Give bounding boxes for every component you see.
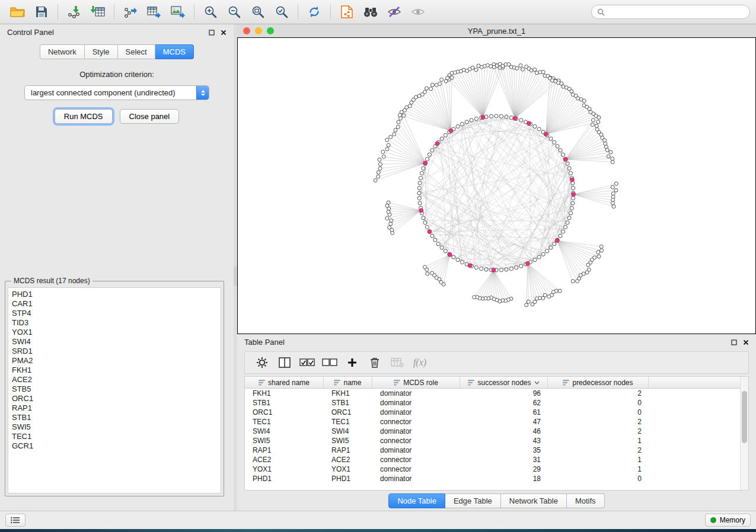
mcds-result-item[interactable]: SWI4: [12, 337, 217, 347]
refresh-view-button[interactable]: [302, 2, 326, 22]
share-document-button[interactable]: [335, 2, 359, 22]
export-table-button[interactable]: [142, 2, 166, 22]
table-row[interactable]: YOX1YOX1connector291: [245, 464, 748, 474]
close-panel-icon[interactable]: [221, 30, 227, 36]
mcds-result-list[interactable]: PHD1CAR1STP4TID3YOX1SWI4SRD1PMA2FKH1ACE2…: [8, 287, 221, 493]
zoom-out-button[interactable]: [222, 2, 246, 22]
mcds-result-item[interactable]: STP4: [12, 309, 217, 318]
tab-style[interactable]: Style: [85, 44, 118, 59]
find-button[interactable]: [359, 2, 382, 22]
table-row[interactable]: SWI4SWI4dominator462: [245, 427, 748, 436]
column-header-successor-nodes[interactable]: successor nodes: [460, 377, 548, 388]
select-all-button[interactable]: [296, 354, 318, 371]
column-header-name[interactable]: name: [324, 377, 372, 388]
table-tab-node-table[interactable]: Node Table: [388, 493, 445, 508]
table-cell: SWI4: [245, 427, 324, 436]
tab-mcds[interactable]: MCDS: [155, 44, 194, 59]
mcds-result-item[interactable]: ACE2: [12, 375, 217, 384]
close-panel-button[interactable]: Close panel: [120, 109, 180, 124]
mcds-result-item[interactable]: PMA2: [12, 356, 217, 366]
window-minimize-button[interactable]: [255, 27, 262, 34]
table-cell: 2: [548, 417, 649, 427]
table-row[interactable]: ACE2ACE2connector311: [245, 455, 748, 464]
mcds-result-item[interactable]: STB1: [12, 413, 217, 422]
import-table-button[interactable]: [86, 2, 110, 22]
mcds-result-item[interactable]: STB5: [12, 384, 217, 394]
table-cell: ORC1: [324, 408, 372, 417]
table-cell: PHD1: [245, 474, 324, 483]
function-builder-button[interactable]: f(x): [409, 354, 431, 371]
export-image-button[interactable]: [166, 2, 190, 22]
tab-network[interactable]: Network: [40, 44, 85, 59]
mcds-result-item[interactable]: FKH1: [12, 366, 217, 375]
table-settings-button[interactable]: [251, 354, 273, 371]
table-cell: FKH1: [324, 389, 372, 398]
table-row[interactable]: PHD1PHD1dominator180: [245, 474, 748, 483]
memory-button[interactable]: Memory: [705, 514, 751, 527]
zoom-fit-icon: [251, 5, 265, 19]
table-tab-edge-table[interactable]: Edge Table: [445, 493, 501, 508]
close-table-panel-icon[interactable]: [743, 339, 749, 345]
mcds-result-item[interactable]: RAP1: [12, 403, 217, 413]
main-toolbar: [0, 0, 756, 24]
add-column-button[interactable]: [341, 354, 363, 371]
export-network-button[interactable]: [119, 2, 142, 22]
search-input[interactable]: [608, 8, 744, 16]
optimization-dropdown[interactable]: largest connected component (undirected): [24, 85, 209, 100]
table-tab-network-table[interactable]: Network Table: [501, 493, 567, 508]
table-row[interactable]: SWI5SWI5connector431: [245, 436, 748, 446]
zoom-selected-button[interactable]: [270, 2, 294, 22]
mcds-result-item[interactable]: TID3: [12, 318, 217, 328]
tab-select[interactable]: Select: [118, 44, 155, 59]
column-header-predecessor-nodes[interactable]: predecessor nodes: [548, 377, 649, 388]
mcds-result-item[interactable]: SRD1: [12, 347, 217, 356]
show-all-button[interactable]: [406, 2, 430, 22]
table-row[interactable]: FKH1FKH1dominator962: [245, 389, 748, 398]
table-panel-header: Table Panel: [237, 334, 756, 350]
network-window: YPA_prune.txt_1: [237, 24, 756, 334]
table-row[interactable]: TEC1TEC1connector472: [245, 417, 748, 427]
hide-selected-button[interactable]: [382, 2, 406, 22]
run-mcds-button[interactable]: Run MCDS: [55, 109, 113, 124]
column-header-MCDS-role[interactable]: MCDS role: [372, 377, 460, 388]
table-cell: 46: [460, 427, 548, 436]
mcds-result-item[interactable]: ORC1: [12, 394, 217, 403]
mcds-result-item[interactable]: YOX1: [12, 328, 217, 337]
table-cell: 96: [460, 389, 548, 398]
scrollbar-thumb[interactable]: [742, 391, 747, 443]
table-row[interactable]: ORC1ORC1dominator610: [245, 408, 748, 417]
table-cell: connector: [372, 436, 460, 446]
control-panel: Control Panel NetworkStyleSelectMCDS Opt…: [0, 24, 237, 511]
panel-splitter-handle[interactable]: [234, 266, 237, 286]
mcds-result-item[interactable]: CAR1: [12, 299, 217, 309]
deselect-all-button[interactable]: [318, 354, 341, 371]
import-network-button[interactable]: [62, 2, 86, 22]
table-cell: 18: [460, 474, 548, 483]
window-close-button[interactable]: [243, 27, 250, 34]
open-session-button[interactable]: [6, 2, 30, 22]
zoom-in-button[interactable]: [199, 2, 222, 22]
zoom-fit-button[interactable]: [246, 2, 270, 22]
column-header-shared-name[interactable]: shared name: [245, 377, 324, 388]
table-tab-motifs[interactable]: Motifs: [567, 493, 605, 508]
table-cell: connector: [372, 464, 460, 474]
save-session-button[interactable]: [30, 2, 53, 22]
show-columns-button[interactable]: [273, 354, 296, 371]
table-cell: 43: [460, 436, 548, 446]
delete-column-button[interactable]: [363, 354, 386, 371]
mcds-result-item[interactable]: SWI5: [12, 422, 217, 432]
float-panel-icon[interactable]: [209, 30, 215, 36]
mcds-result-item[interactable]: TEC1: [12, 432, 217, 441]
table-cell: dominator: [372, 408, 460, 417]
main-content: Control Panel NetworkStyleSelectMCDS Opt…: [0, 24, 756, 511]
window-maximize-button[interactable]: [267, 27, 274, 34]
table-row[interactable]: STB1STB1dominator620: [245, 398, 748, 408]
table-scrollbar[interactable]: [740, 377, 748, 490]
network-canvas[interactable]: [237, 37, 756, 334]
float-table-panel-icon[interactable]: [731, 339, 737, 345]
mcds-result-item[interactable]: GCR1: [12, 441, 217, 451]
panel-menu-button[interactable]: [5, 514, 25, 527]
mcds-result-item[interactable]: PHD1: [12, 290, 217, 299]
delete-table-button[interactable]: [386, 354, 409, 371]
table-row[interactable]: RAP1RAP1dominator352: [245, 446, 748, 455]
